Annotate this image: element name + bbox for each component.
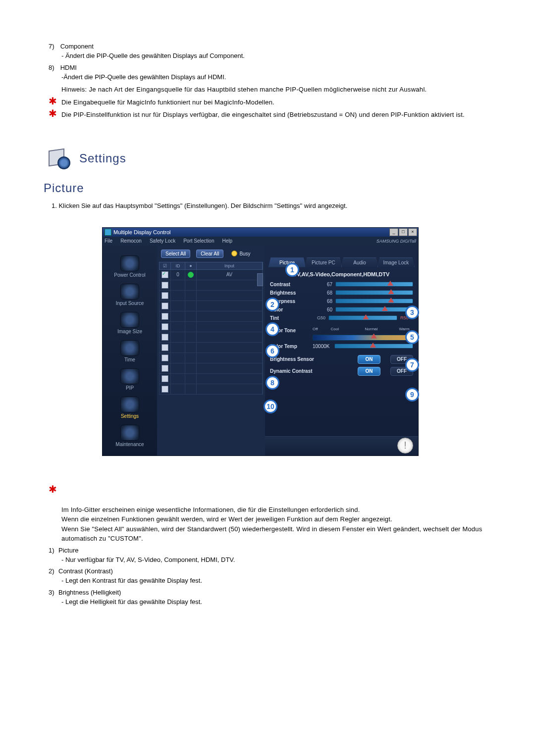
row-checkbox[interactable] <box>161 375 168 382</box>
color-temp-slider[interactable] <box>334 344 413 349</box>
minimize-button[interactable]: _ <box>389 228 398 236</box>
item-title: Brightness (Helligkeit) <box>58 589 121 596</box>
item-8-line-1: -Ändert die PIP-Quelle des gewählten Dis… <box>61 72 495 82</box>
row-input <box>197 384 263 394</box>
brightness-slider[interactable] <box>335 290 413 295</box>
tab-picture-pc[interactable]: Picture PC <box>305 257 342 267</box>
brightness-sensor-on[interactable]: ON <box>358 355 380 364</box>
menu-help[interactable]: Help <box>222 238 232 244</box>
select-all-button[interactable]: Select All <box>161 250 190 258</box>
sidebar-item-time[interactable]: Time <box>109 340 151 362</box>
row-checkbox[interactable] <box>161 365 168 372</box>
row-checkbox[interactable] <box>161 292 168 299</box>
color-slider[interactable] <box>335 307 413 312</box>
table-row[interactable] <box>159 332 263 343</box>
table-row[interactable]: 0AV <box>159 270 263 280</box>
table-row[interactable] <box>159 311 263 322</box>
sidebar-item-maintenance[interactable]: Maintenance <box>109 425 151 447</box>
table-row[interactable] <box>159 322 263 332</box>
row-id <box>171 353 185 363</box>
row-checkbox[interactable] <box>161 302 168 309</box>
sidebar-item-pip[interactable]: PIP <box>109 368 151 391</box>
dynamic-contrast-on[interactable]: ON <box>358 367 380 376</box>
row-id <box>171 343 185 353</box>
callout-7: 7 <box>405 358 419 372</box>
tone-marks: Off Cool Normal Warm <box>313 328 413 333</box>
sidebar-item-power-control[interactable]: Power Control <box>109 255 151 278</box>
brand-label: SAMSUNG DIGITall <box>376 239 416 244</box>
bottom-star-note: ✱ Im Info-Gitter erscheinen einige wesen… <box>49 486 495 544</box>
brightness-sensor-row: Brightness Sensor ON OFF <box>265 353 418 365</box>
row-id <box>171 374 185 384</box>
menu-file[interactable]: File <box>105 238 112 244</box>
color-value: 60 <box>313 307 332 312</box>
callout-8: 8 <box>266 376 279 390</box>
table-row[interactable] <box>159 280 263 291</box>
tab-audio[interactable]: Audio <box>341 257 378 267</box>
menu-safety-lock[interactable]: Safety Lock <box>150 238 175 244</box>
row-checkbox[interactable] <box>161 386 168 393</box>
item-8: 8) HDMI <box>49 64 495 71</box>
table-row[interactable] <box>159 291 263 301</box>
bottom-item-2-line: - Legt den Kontrast für das gewählte Dis… <box>61 576 495 586</box>
row-checkbox[interactable] <box>161 344 168 351</box>
power-icon <box>120 255 139 271</box>
sidebar-item-label: Time <box>124 357 135 362</box>
row-checkbox[interactable] <box>161 354 168 361</box>
star-text: Die Eingabequelle für MagicInfo funktion… <box>61 99 274 106</box>
contrast-row: Contrast 67 <box>265 280 418 289</box>
row-checkbox[interactable] <box>161 334 168 341</box>
table-row[interactable] <box>159 343 263 353</box>
item-number: 2) <box>49 567 58 575</box>
menu-port-selection[interactable]: Port Selection <box>183 238 214 244</box>
item-number: 8) <box>49 64 58 71</box>
scrollbar-thumb[interactable] <box>257 273 263 286</box>
settings-panel: Picture Picture PC Audio Image Lock TV,A… <box>265 246 418 455</box>
menu-remocon[interactable]: Remocon <box>120 238 142 244</box>
brightness-sensor-label: Brightness Sensor <box>270 356 324 362</box>
color-tone-slider[interactable] <box>313 335 413 341</box>
sidebar-item-input-source[interactable]: Input Source <box>109 284 151 306</box>
close-button[interactable]: × <box>408 228 417 236</box>
row-checkbox[interactable] <box>161 313 168 320</box>
picture-heading: Picture <box>44 181 495 195</box>
busy-indicator: Busy <box>231 251 250 256</box>
info-grid-panel: Select All Clear All Busy ☑ ID ● Input 0… <box>157 246 265 455</box>
row-id <box>171 332 185 342</box>
table-row[interactable] <box>159 301 263 311</box>
clear-all-button[interactable]: Clear All <box>196 250 223 258</box>
sidebar-item-label: Power Control <box>114 272 145 278</box>
callout-6: 6 <box>266 344 279 358</box>
table-row[interactable] <box>159 363 263 374</box>
row-checkbox[interactable] <box>161 271 168 278</box>
table-row[interactable] <box>159 384 263 395</box>
row-checkbox[interactable] <box>161 282 168 289</box>
tab-image-lock[interactable]: Image Lock <box>377 257 415 267</box>
row-id <box>171 363 185 373</box>
pip-icon <box>120 368 139 384</box>
settings-icon <box>120 397 139 412</box>
dynamic-contrast-row: Dynamic Contrast ON OFF <box>265 365 418 377</box>
intro-text: 1. Klicken Sie auf das Hauptsymbol "Sett… <box>52 202 495 209</box>
tone-normal: Normal <box>365 327 378 331</box>
window-title: Multiple Display Control <box>113 229 171 235</box>
maximize-button[interactable]: □ <box>399 228 408 236</box>
row-input <box>197 332 263 342</box>
settings-heading: Settings <box>79 151 126 165</box>
brightness-value: 68 <box>313 290 332 296</box>
callout-2: 2 <box>266 298 279 311</box>
tint-slider[interactable] <box>328 315 397 320</box>
table-row[interactable] <box>159 374 263 384</box>
brightness-row: Brightness 68 <box>265 289 418 297</box>
item-8-line-2: Hinweis: Je nach Art der Eingangsquelle … <box>61 85 495 95</box>
row-input <box>197 322 263 332</box>
sidebar-item-settings[interactable]: Settings <box>109 397 151 419</box>
star-icon: ✱ <box>49 110 57 117</box>
row-checkbox[interactable] <box>161 323 168 330</box>
contrast-slider[interactable] <box>335 282 413 287</box>
table-row[interactable] <box>159 353 263 363</box>
sidebar-item-image-size[interactable]: Image Size <box>109 312 151 334</box>
row-id: 0 <box>171 270 185 280</box>
sharpness-slider[interactable] <box>335 299 413 303</box>
busy-dot-icon <box>231 251 237 256</box>
